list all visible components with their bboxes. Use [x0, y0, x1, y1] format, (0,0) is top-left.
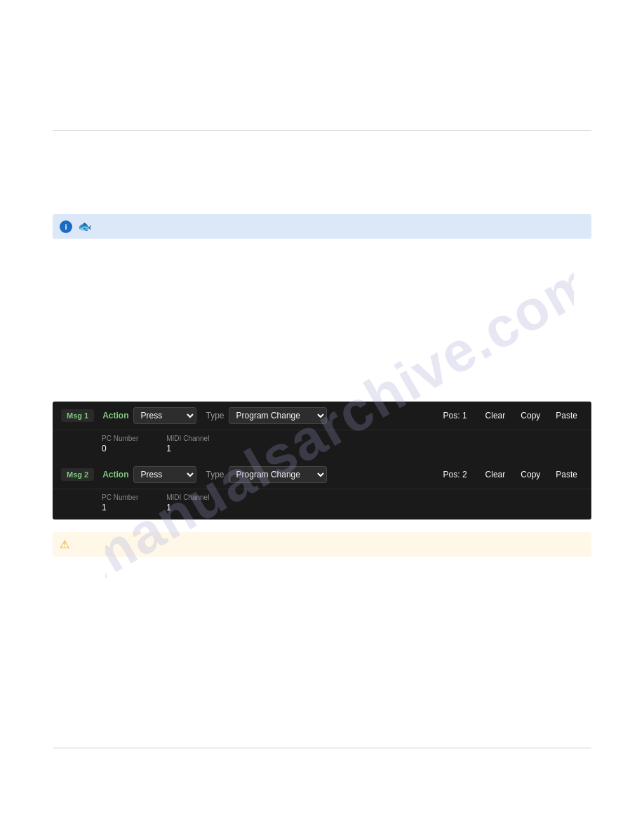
main-panel: Msg 1 Action Press Type Program Change P… — [53, 402, 591, 519]
msg1-type-select[interactable]: Program Change — [229, 407, 327, 424]
msg1-midi-channel-value: 1 — [166, 444, 209, 454]
msg2-copy-button[interactable]: Copy — [515, 468, 546, 481]
msg2-row-controls: Msg 2 Action Press Type Program Change P… — [61, 466, 583, 483]
msg1-pos: Pos: 1 — [443, 411, 467, 421]
divider-top — [53, 130, 591, 131]
msg1-type-label: Type — [206, 411, 224, 421]
msg2-pc-number-group: PC Number 1 — [102, 494, 138, 512]
msg2-action-label: Action — [102, 470, 128, 479]
info-banner: i 🐟 — [53, 214, 591, 239]
msg1-paste-button[interactable]: Paste — [550, 409, 583, 422]
page-wrapper: i 🐟 manualsarchive.com Msg 1 Action Pres… — [0, 0, 644, 834]
message-row-1: Msg 1 Action Press Type Program Change P… — [53, 402, 591, 461]
msg2-type-label: Type — [206, 470, 224, 479]
msg2-action-select[interactable]: Press — [133, 466, 196, 483]
warning-banner: ⚠ — [53, 532, 591, 557]
msg1-copy-button[interactable]: Copy — [515, 409, 546, 422]
msg1-pc-number-group: PC Number 0 — [102, 435, 138, 454]
msg1-fields-row: PC Number 0 MIDI Channel 1 — [53, 430, 591, 461]
msg1-action-label: Action — [102, 411, 128, 421]
info-icon: i — [60, 220, 72, 233]
msg2-label: Msg 2 — [61, 468, 94, 481]
msg2-pc-number-value: 1 — [102, 503, 138, 512]
msg2-type-select[interactable]: Program Change — [229, 466, 327, 483]
msg2-clear-button[interactable]: Clear — [480, 468, 511, 481]
msg2-midi-channel-value: 1 — [166, 503, 209, 512]
msg1-pc-number-value: 0 — [102, 444, 138, 454]
msg2-pc-number-label: PC Number — [102, 494, 138, 501]
msg1-clear-button[interactable]: Clear — [480, 409, 511, 422]
msg1-pc-number-label: PC Number — [102, 435, 138, 442]
msg1-midi-channel-label: MIDI Channel — [166, 435, 209, 442]
msg2-midi-channel-group: MIDI Channel 1 — [166, 494, 209, 512]
msg1-midi-channel-group: MIDI Channel 1 — [166, 435, 209, 454]
message-row-2: Msg 2 Action Press Type Program Change P… — [53, 461, 591, 519]
msg2-paste-button[interactable]: Paste — [550, 468, 583, 481]
msg2-pos: Pos: 2 — [443, 470, 467, 479]
divider-bottom — [53, 748, 591, 748]
msg2-fields-row: PC Number 1 MIDI Channel 1 — [53, 489, 591, 519]
msg2-controls-row: Msg 2 Action Press Type Program Change P… — [53, 461, 591, 489]
msg1-label: Msg 1 — [61, 409, 94, 422]
msg1-controls-row: Msg 1 Action Press Type Program Change P… — [53, 402, 591, 430]
msg1-action-select[interactable]: Press — [133, 407, 196, 424]
msg2-midi-channel-label: MIDI Channel — [166, 494, 209, 501]
warning-icon: ⚠ — [60, 538, 69, 551]
fish-icon: 🐟 — [78, 220, 92, 233]
msg1-row-controls: Msg 1 Action Press Type Program Change P… — [61, 407, 583, 424]
